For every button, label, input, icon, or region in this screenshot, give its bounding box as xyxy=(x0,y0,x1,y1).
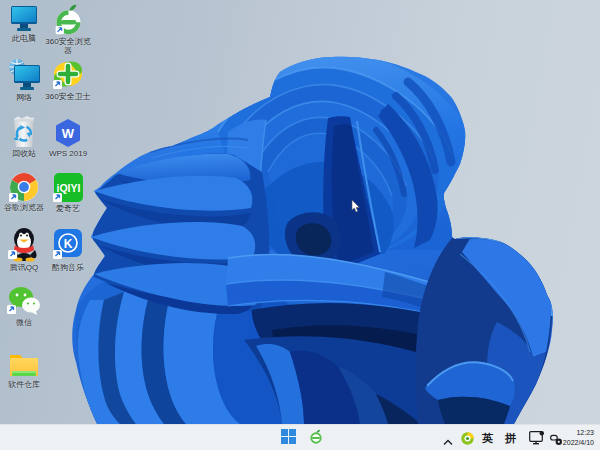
svg-text:K: K xyxy=(64,237,73,251)
svg-text:W: W xyxy=(62,126,75,141)
svg-text:iQIYI: iQIYI xyxy=(56,182,80,194)
